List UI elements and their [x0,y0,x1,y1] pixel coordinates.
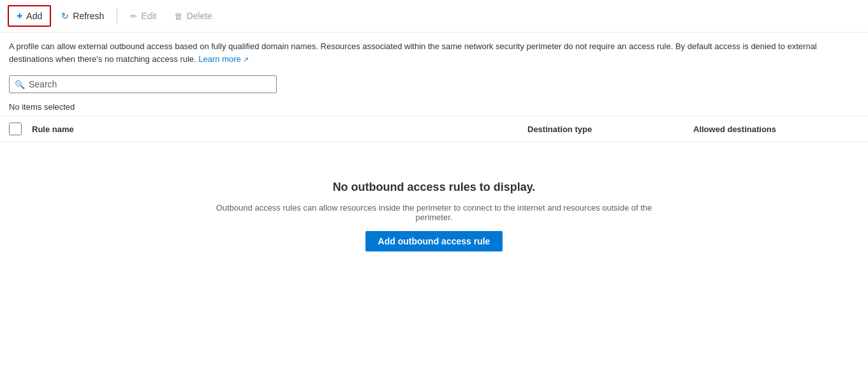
delete-icon: 🗑 [174,11,182,21]
col-header-destination-type: Destination type [527,124,693,134]
edit-icon: ✏ [130,11,137,21]
refresh-icon: ↻ [61,11,69,21]
toolbar-divider [117,8,117,24]
edit-button[interactable]: ✏ Edit [122,7,164,25]
edit-label: Edit [141,11,156,21]
empty-title: No outbound access rules to display. [333,181,536,194]
col-header-allowed-destinations: Allowed destinations [693,124,859,134]
external-link-icon: ↗ [243,56,249,63]
empty-description: Outbound access rules can allow resource… [211,203,658,222]
search-section: 🔍 [0,70,868,98]
table-header: Rule name Destination type Allowed desti… [0,116,868,142]
empty-state: No outbound access rules to display. Out… [0,142,868,277]
delete-button[interactable]: 🗑 Delete [166,7,219,25]
select-all-checkbox[interactable] [9,123,22,135]
refresh-button[interactable]: ↻ Refresh [54,7,112,25]
add-button[interactable]: + Add [8,5,51,27]
col-header-rule-name: Rule name [32,124,527,134]
search-box: 🔍 [9,75,277,93]
no-items-label: No items selected [9,102,75,112]
search-input[interactable] [29,79,271,89]
add-outbound-rule-button[interactable]: Add outbound access rule [365,231,503,251]
info-section: A profile can allow external outbound ac… [0,33,855,70]
status-section: No items selected [0,98,868,116]
info-text: A profile can allow external outbound ac… [9,41,817,64]
add-label: Add [26,11,42,21]
delete-label: Delete [186,11,212,21]
search-icon: 🔍 [15,80,25,89]
toolbar: + Add ↻ Refresh ✏ Edit 🗑 Delete [0,0,868,33]
refresh-label: Refresh [73,11,104,21]
plus-icon: + [17,10,22,22]
learn-more-link[interactable]: Learn more ↗ [198,54,249,64]
